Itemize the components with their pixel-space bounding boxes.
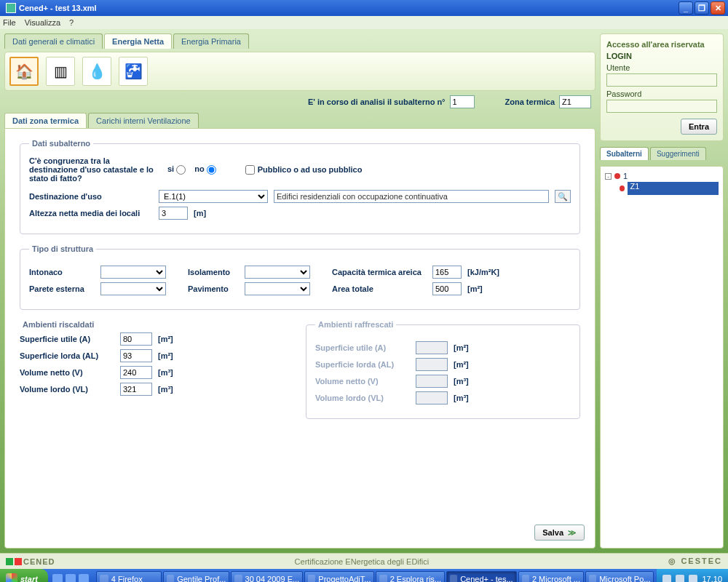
dest-uso-label: Destinazione d'uso [29, 192, 153, 201]
subalterno-number-input[interactable] [450, 95, 475, 108]
taskbar-item[interactable]: 30 04 2009 E... [231, 571, 303, 582]
altezza-unit: [m] [194, 209, 206, 218]
dest-uso-select[interactable]: E.1(1) [159, 190, 268, 203]
footer: CENED Certificazione ENergetica degli ED… [0, 553, 728, 569]
tab-dati-generali[interactable]: Dati generali e climatici [4, 33, 103, 49]
isolamento-select[interactable] [245, 266, 310, 279]
left-column: Dati generali e climatici Energia Netta … [4, 33, 596, 549]
cool-sup-lorda-label: Superficie lorda (AL) [315, 360, 410, 369]
cool-vol-lordo-unit: [m³] [454, 394, 469, 402]
ql-icon[interactable] [52, 574, 63, 582]
parete-select[interactable] [100, 282, 166, 295]
cool-vol-netto-unit: [m³] [454, 377, 469, 386]
taskbar-item[interactable]: Gentile Prof... [163, 571, 230, 582]
capacita-input[interactable] [432, 266, 462, 279]
clock: 17.10 [702, 575, 722, 582]
login-header: Accesso all'area riservata [606, 40, 717, 49]
sup-utile-input[interactable] [120, 332, 152, 346]
sub-tab-strip: Dati zona termica Carichi interni Ventil… [4, 113, 596, 128]
sup-utile-unit: [m²] [158, 335, 173, 343]
radio-si[interactable] [176, 165, 186, 175]
vol-netto-input[interactable] [120, 366, 152, 379]
minimize-button[interactable]: _ [678, 1, 693, 15]
login-enter-button[interactable]: Entra [681, 119, 717, 135]
intonaco-select[interactable] [100, 266, 166, 279]
taskbar-item[interactable]: 4 Firefox [96, 571, 162, 582]
sup-utile-label: Superficie utile (A) [20, 335, 114, 343]
radio-no-label[interactable]: no [194, 164, 216, 175]
zona-termica-input[interactable] [559, 95, 591, 108]
toolbar: 🏠 ▥ 💧 🚰 [4, 52, 596, 91]
app-icon [589, 575, 596, 582]
house-icon[interactable]: 🏠 [9, 57, 39, 86]
taskbar-item-label: 2 Esplora ris... [390, 575, 441, 582]
ql-icon[interactable] [79, 574, 89, 582]
fieldset-dati-subalterno: Dati subalterno C'è congruenza tra la de… [20, 139, 580, 234]
main-tab-strip: Dati generali e climatici Energia Netta … [4, 33, 596, 49]
search-icon[interactable]: 🔍 [555, 190, 571, 203]
tab-suggerimenti[interactable]: Suggerimenti [650, 147, 706, 160]
save-button[interactable]: Salva ≫ [534, 525, 585, 541]
tree-child-node[interactable]: Z1 [620, 181, 719, 196]
fs-struttura-legend: Tipo di struttura [29, 244, 96, 253]
window-title-text: Cened+ - test 13.xml [19, 4, 97, 12]
ambienti-raffrescati: Ambienti raffrescati Superficie utile (A… [306, 320, 580, 429]
water-icon[interactable]: 💧 [82, 57, 111, 86]
intonaco-label: Intonaco [29, 268, 95, 276]
pubblico-checkbox-label[interactable]: Pubblico o ad uso pubblico [245, 165, 363, 175]
login-enter-label: Entra [689, 122, 709, 131]
maximize-button[interactable]: ❐ [695, 1, 709, 15]
tray-icon[interactable] [689, 575, 697, 582]
taskbar-item[interactable]: Microsoft Po... [585, 571, 654, 582]
area-input[interactable] [432, 282, 462, 295]
tray-icon[interactable] [676, 575, 684, 582]
pubblico-checkbox[interactable] [245, 165, 255, 175]
login-pass-input[interactable] [606, 100, 717, 113]
taskbar: start 4 FirefoxGentile Prof...30 04 2009… [0, 569, 728, 582]
vol-netto-label: Volume netto (V) [20, 368, 114, 377]
area-unit: [m²] [467, 284, 483, 293]
tray-icon[interactable] [662, 575, 671, 582]
tab-carichi-ventilazione[interactable]: Carichi interni Ventilazione [88, 113, 199, 128]
start-button[interactable]: start [0, 569, 48, 582]
taskbar-item[interactable]: 2 Esplora ris... [376, 571, 445, 582]
tab-energia-netta[interactable]: Energia Netta [104, 33, 172, 49]
taskbar-item[interactable]: Cened+ - tes... [446, 571, 517, 582]
app-icon [6, 3, 16, 13]
menu-file[interactable]: File [3, 18, 16, 27]
tab-subalterni[interactable]: Subalterni [600, 147, 649, 160]
taskbar-item-label: Cened+ - tes... [460, 575, 513, 582]
vol-lordo-unit: [m³] [158, 385, 173, 394]
fs-subalterno-legend: Dati subalterno [29, 139, 93, 148]
brand-logo: CENED [6, 557, 55, 566]
login-panel: Accesso all'area riservata LOGIN Utente … [600, 33, 724, 141]
tree-child-label: Z1 [628, 182, 719, 195]
ql-icon[interactable] [66, 574, 76, 582]
tree-root-node[interactable]: - 1 [605, 171, 719, 181]
menu-help[interactable]: ? [69, 18, 74, 27]
pubblico-text: Pubblico o ad uso pubblico [258, 165, 363, 174]
radio-no[interactable] [207, 165, 216, 175]
close-button[interactable]: ✕ [711, 1, 725, 15]
sup-lorda-label: Superficie lorda (AL) [20, 351, 114, 360]
pavimento-select[interactable] [245, 282, 310, 295]
right-column: Accesso all'area riservata LOGIN Utente … [600, 33, 724, 549]
radio-si-label[interactable]: si [167, 164, 186, 175]
tree-collapse-icon[interactable]: - [605, 173, 612, 180]
taskbar-item[interactable]: ProgettoAdiT... [304, 571, 374, 582]
vol-lordo-label: Volume lordo (VL) [20, 385, 114, 394]
window-icon[interactable]: ▥ [46, 57, 75, 86]
login-user-input[interactable] [606, 73, 717, 87]
cestec-logo: ◎ CESTEC [668, 557, 722, 566]
tab-dati-zona-termica[interactable]: Dati zona termica [4, 113, 87, 128]
amb-cool-legend: Ambienti raffrescati [315, 320, 396, 329]
menu-view[interactable]: Visualizza [25, 18, 60, 27]
vol-netto-unit: [m³] [158, 368, 173, 377]
taskbar-item[interactable]: 2 Microsoft ... [518, 571, 584, 582]
vol-lordo-input[interactable] [120, 383, 152, 396]
sup-lorda-input[interactable] [120, 349, 152, 362]
altezza-input[interactable] [159, 207, 188, 220]
quick-launch [48, 574, 93, 582]
faucet-icon[interactable]: 🚰 [119, 57, 148, 86]
tab-energia-primaria[interactable]: Energia Primaria [173, 33, 249, 49]
